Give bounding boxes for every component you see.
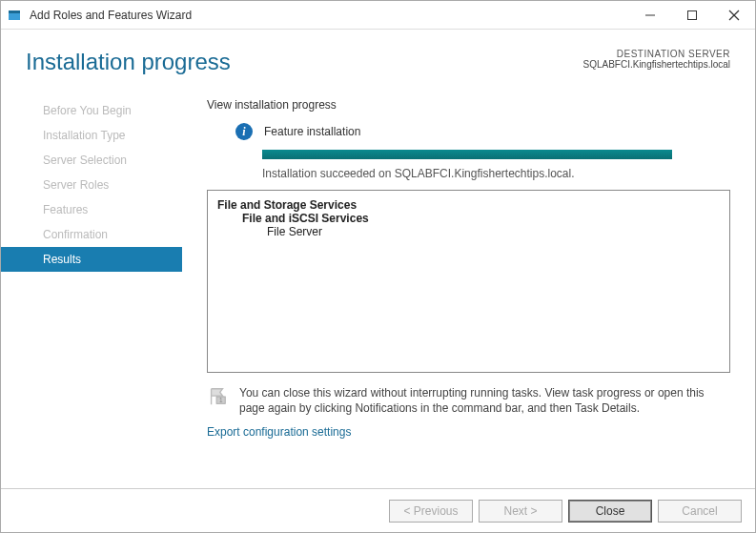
destination-label: DESTINATION SERVER	[582, 49, 730, 59]
sidebar-item-features: Features	[1, 197, 182, 222]
svg-rect-3	[688, 10, 697, 19]
body: Installation progress DESTINATION SERVER…	[1, 30, 755, 532]
flag-icon: 1	[207, 386, 228, 407]
next-button: Next >	[479, 500, 562, 523]
info-icon: i	[235, 123, 253, 140]
result-line-3: File Server	[267, 225, 720, 238]
close-button[interactable]: Close	[568, 500, 652, 523]
note-row: 1 You can close this wizard without inte…	[207, 386, 730, 416]
svg-line-4	[729, 10, 739, 20]
sidebar-item-before-you-begin: Before You Begin	[1, 98, 182, 123]
progress-bar	[262, 150, 672, 159]
instruction-text: View installation progress	[207, 98, 730, 112]
destination-name: SQLABFCI.Kingfishertechtips.local	[582, 59, 730, 70]
sidebar-item-results[interactable]: Results	[1, 247, 182, 272]
wizard-window: Add Roles and Features Wizard Installati…	[0, 0, 756, 533]
status-text: Feature installation	[264, 125, 360, 138]
maximize-button[interactable]	[671, 1, 713, 30]
cancel-button: Cancel	[658, 500, 742, 523]
destination-info: DESTINATION SERVER SQLABFCI.Kingfisherte…	[582, 49, 730, 70]
export-config-link[interactable]: Export configuration settings	[207, 425, 730, 439]
svg-line-5	[729, 10, 739, 20]
content: View installation progress i Feature ins…	[182, 83, 755, 488]
success-message: Installation succeeded on SQLABFCI.Kingf…	[262, 167, 730, 180]
middle: Before You Begin Installation Type Serve…	[1, 83, 755, 488]
svg-rect-1	[9, 10, 20, 13]
sidebar-item-installation-type: Installation Type	[1, 123, 182, 148]
footer: < Previous Next > Close Cancel	[1, 488, 755, 532]
close-window-button[interactable]	[713, 1, 755, 30]
titlebar: Add Roles and Features Wizard	[1, 1, 755, 30]
sidebar-item-confirmation: Confirmation	[1, 222, 182, 247]
status-row: i Feature installation	[207, 123, 730, 140]
previous-button: < Previous	[389, 500, 473, 523]
result-line-1: File and Storage Services	[217, 198, 720, 212]
result-line-2: File and iSCSI Services	[242, 212, 720, 225]
minimize-button[interactable]	[629, 1, 671, 30]
sidebar: Before You Begin Installation Type Serve…	[1, 83, 182, 488]
sidebar-item-server-selection: Server Selection	[1, 148, 182, 173]
sidebar-item-server-roles: Server Roles	[1, 173, 182, 197]
note-text: You can close this wizard without interr…	[239, 386, 730, 416]
window-title: Add Roles and Features Wizard	[30, 9, 629, 22]
svg-text:1: 1	[219, 397, 223, 403]
app-icon	[7, 8, 22, 23]
header-row: Installation progress DESTINATION SERVER…	[1, 30, 755, 83]
results-box: File and Storage Services File and iSCSI…	[207, 190, 730, 373]
page-heading: Installation progress	[26, 49, 582, 75]
